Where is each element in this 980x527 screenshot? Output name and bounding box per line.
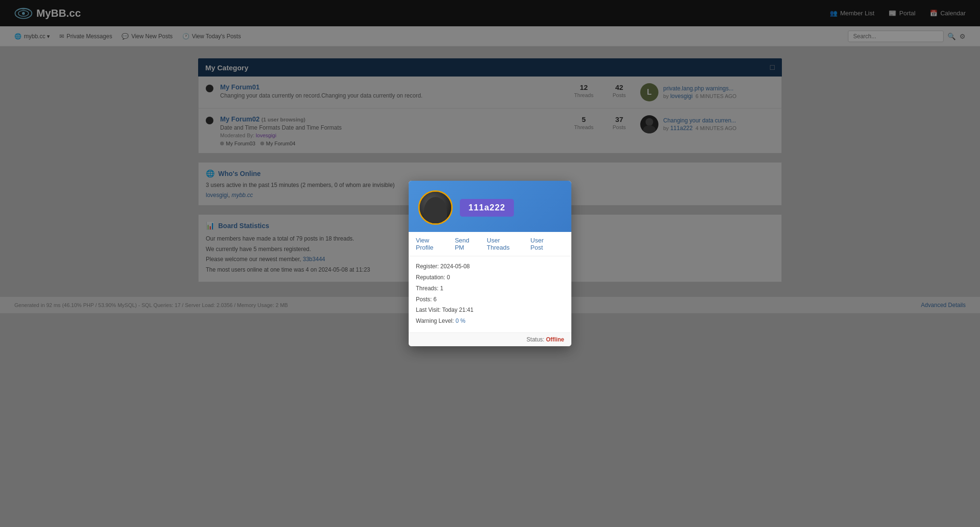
popup-avatar-inner [420,192,451,223]
popup-view-profile[interactable]: View Profile [416,237,447,251]
popup-header: 111a222 [409,181,571,232]
popup-avatar [418,190,453,225]
popup-user-threads[interactable]: User Threads [487,237,523,251]
popup-register: Register: 2024-05-08 [416,261,564,272]
avatar-body [424,197,447,223]
popup-posts: Posts: 6 [416,294,564,305]
modal-overlay[interactable]: 111a222 View Profile Send PM User Thread… [0,0,980,313]
popup-details: Register: 2024-05-08 Reputation: 0 Threa… [409,256,571,313]
popup-last-visit: Last Visit: Today 21:41 [416,305,564,313]
popup-action-links: View Profile Send PM User Threads User P… [409,232,571,256]
popup-send-pm[interactable]: Send PM [455,237,479,251]
profile-popup: 111a222 View Profile Send PM User Thread… [409,181,571,313]
popup-username-badge: 111a222 [460,199,514,217]
popup-threads: Threads: 1 [416,283,564,294]
popup-reputation: Reputation: 0 [416,272,564,283]
popup-user-post[interactable]: User Post [531,237,557,251]
